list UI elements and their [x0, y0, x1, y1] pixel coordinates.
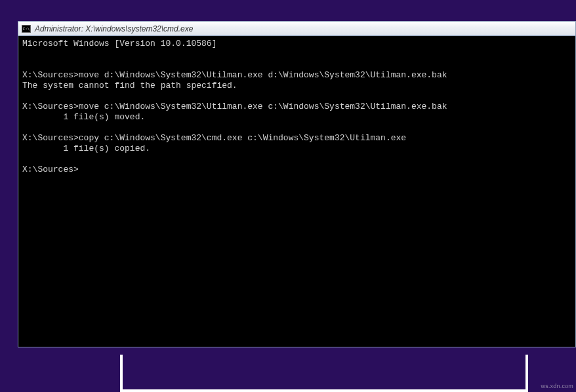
installer-frame-edge — [120, 355, 528, 392]
desktop-background: Administrator: X:\windows\system32\cmd.e… — [0, 0, 576, 392]
cmd-window[interactable]: Administrator: X:\windows\system32\cmd.e… — [18, 21, 576, 347]
title-bar[interactable]: Administrator: X:\windows\system32\cmd.e… — [18, 22, 575, 36]
cmd-icon — [22, 25, 31, 33]
console-output: Microsoft Windows [Version 10.0.10586] X… — [22, 39, 571, 175]
watermark: ws.xdn.com — [541, 383, 573, 389]
console-area[interactable]: Microsoft Windows [Version 10.0.10586] X… — [18, 36, 575, 347]
window-title: Administrator: X:\windows\system32\cmd.e… — [35, 24, 193, 33]
